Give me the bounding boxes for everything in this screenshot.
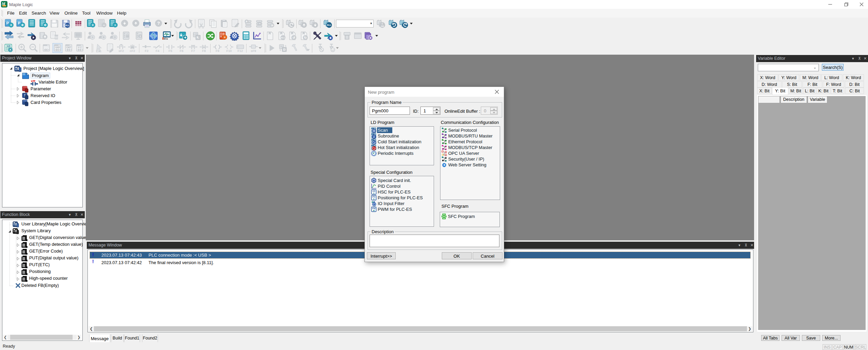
svg-text:F6: F6 bbox=[180, 49, 183, 53]
svg-text:i: i bbox=[140, 35, 140, 38]
svg-text:V C: V C bbox=[78, 46, 82, 49]
svg-text:−: − bbox=[103, 23, 105, 27]
svg-text:+: + bbox=[92, 23, 94, 27]
svg-text:cF2: cF2 bbox=[130, 49, 135, 53]
svg-text:sF2: sF2 bbox=[118, 49, 124, 53]
svg-text:↺: ↺ bbox=[293, 36, 295, 39]
svg-text:F8: F8 bbox=[202, 49, 206, 53]
svg-text:P: P bbox=[18, 21, 21, 25]
svg-text:≡: ≡ bbox=[224, 36, 225, 39]
svg-text:sF9: sF9 bbox=[251, 49, 256, 53]
svg-text:F4: F4 bbox=[156, 49, 160, 53]
svg-text:F5: F5 bbox=[169, 49, 172, 53]
svg-text:C: C bbox=[381, 22, 383, 25]
svg-text:VAR: VAR bbox=[55, 46, 60, 49]
svg-text:ALL: ALL bbox=[327, 24, 331, 26]
svg-text:S: S bbox=[373, 198, 375, 200]
svg-text:ALL: ALL bbox=[281, 36, 285, 39]
svg-text:F10: F10 bbox=[226, 49, 232, 53]
svg-text:LD: LD bbox=[7, 44, 11, 48]
svg-text:ALL: ALL bbox=[65, 24, 70, 26]
svg-text:+: + bbox=[10, 23, 12, 27]
svg-text:F9: F9 bbox=[216, 49, 219, 53]
svg-text:−: − bbox=[258, 22, 260, 25]
svg-text:PO: PO bbox=[372, 196, 375, 198]
svg-text:F12: F12 bbox=[237, 49, 243, 53]
svg-text:↻: ↻ bbox=[304, 36, 307, 39]
svg-text:F2: F2 bbox=[145, 49, 149, 53]
svg-text:P: P bbox=[6, 21, 9, 25]
svg-text:HS: HS bbox=[372, 190, 375, 192]
svg-text:Esc: Esc bbox=[96, 50, 102, 53]
svg-text:+: + bbox=[245, 20, 248, 23]
svg-text:PW: PW bbox=[372, 207, 376, 209]
svg-text:?: ? bbox=[157, 21, 160, 26]
svg-text:≡: ≡ bbox=[114, 23, 116, 27]
svg-text:CMT: CMT bbox=[66, 46, 71, 49]
svg-text:⟳: ⟳ bbox=[271, 24, 273, 27]
svg-text:M: M bbox=[373, 209, 375, 211]
svg-text:F7: F7 bbox=[191, 49, 195, 53]
svg-text:AB: AB bbox=[381, 25, 384, 27]
svg-text:IL: IL bbox=[197, 36, 199, 39]
svg-text:D: D bbox=[283, 48, 285, 51]
